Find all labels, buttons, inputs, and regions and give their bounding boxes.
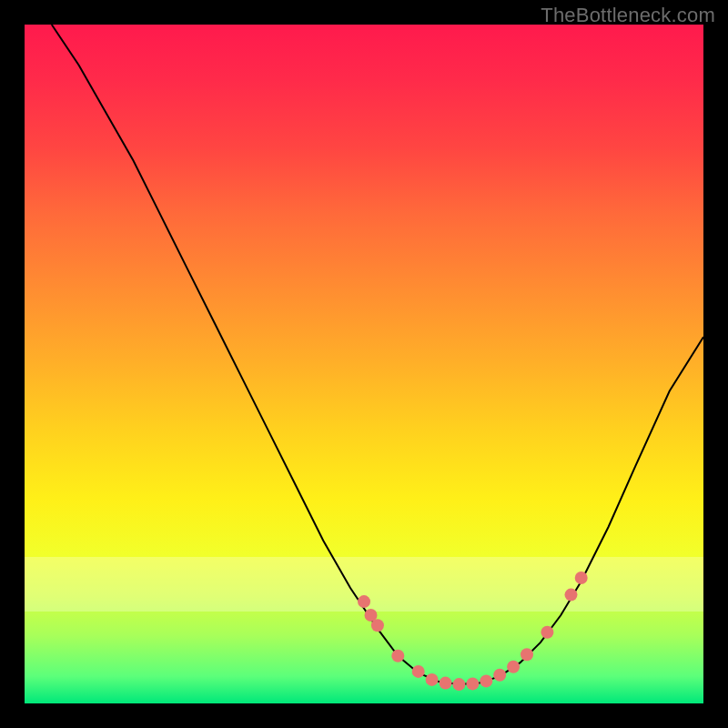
- chart-dot: [358, 595, 370, 608]
- chart-dot: [452, 678, 465, 691]
- chart-dot: [391, 650, 404, 662]
- chart-dot: [507, 661, 520, 673]
- chart-dot: [493, 669, 506, 682]
- chart-dot: [575, 571, 588, 584]
- chart-dot: [412, 665, 425, 678]
- chart-dot: [426, 673, 439, 686]
- chart-dot: [466, 677, 479, 690]
- chart-dot: [371, 619, 384, 632]
- chart-dot: [440, 677, 452, 690]
- chart-svg: [25, 25, 703, 703]
- chart-dot: [521, 648, 533, 661]
- chart-dot: [480, 674, 492, 687]
- watermark-text: TheBottleneck.com: [541, 4, 715, 27]
- chart-dot: [565, 589, 578, 602]
- chart-dot: [541, 626, 553, 639]
- chart-dots: [358, 571, 588, 691]
- chart-curve: [52, 25, 703, 684]
